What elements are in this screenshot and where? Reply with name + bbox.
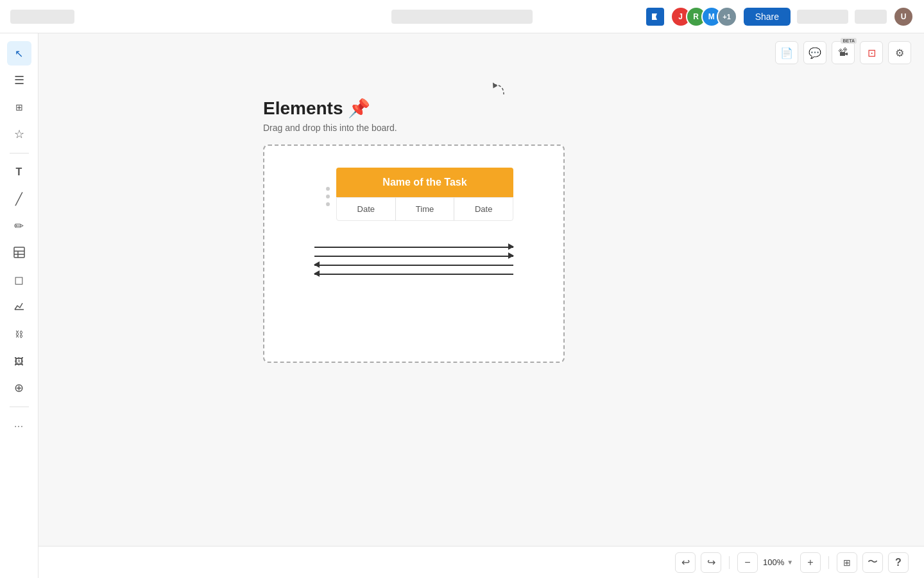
wave-icon: 〜 [868, 556, 878, 569]
embed-icon: ⊕ [14, 381, 24, 395]
table-icon [13, 247, 25, 260]
arrowhead-left [314, 261, 320, 268]
star-tool-button[interactable]: ☆ [7, 122, 31, 146]
present-button[interactable]: 📽 BETA [832, 41, 855, 64]
files-icon: 📄 [780, 47, 793, 59]
apps-icon: ⊞ [15, 102, 23, 112]
cursor-tool-button[interactable]: ↖ [7, 41, 31, 66]
breadcrumb [10, 10, 74, 24]
help-button[interactable]: ? [888, 552, 909, 573]
chart-icon [13, 301, 25, 314]
sticky-tool-button[interactable]: ◻ [7, 268, 31, 292]
files-button[interactable]: 📄 [775, 41, 798, 64]
card-fields: Date Time Date [336, 197, 513, 221]
arrow-right-1 [314, 247, 513, 248]
sidebar-divider-1 [10, 153, 29, 153]
arrowhead-left2 [314, 270, 320, 277]
grid-icon: ⊡ [868, 47, 876, 59]
arrowhead-right [508, 243, 514, 250]
fit-icon: ⊞ [843, 557, 851, 568]
undo-button[interactable]: ↩ [675, 552, 696, 573]
card-side-dots [326, 187, 330, 206]
user-name-pill [797, 10, 848, 24]
card-field-date2: Date [454, 198, 513, 220]
network-icon: ⛓ [15, 329, 23, 339]
elements-subtitle: Drag and drop this into the board. [263, 123, 565, 133]
arrow-line-right [314, 247, 513, 248]
chat-icon: 💬 [809, 47, 821, 59]
grid-button[interactable]: ⊡ [860, 41, 883, 64]
task-card-wrapper: Name of the Task Date Time Date [314, 168, 513, 221]
arrow-line-left [314, 265, 513, 266]
chart-tool-button[interactable] [7, 295, 31, 319]
zoom-display[interactable]: 100% ▼ [763, 557, 795, 567]
redo-icon: ↪ [707, 556, 715, 568]
arrow-left-1 [314, 265, 513, 266]
chat-button[interactable]: 💬 [803, 41, 826, 64]
document-title[interactable] [391, 10, 533, 24]
apps-tool-button[interactable]: ⊞ [7, 95, 31, 119]
bottom-bar: ↩ ↪ − 100% ▼ + ⊞ 〜 ? [38, 546, 924, 578]
text-icon: T [16, 166, 22, 178]
line-icon: ╱ [15, 192, 22, 206]
redo-button[interactable]: ↪ [701, 552, 721, 573]
table-tool-button[interactable] [7, 241, 31, 265]
arrow-line-right2 [314, 256, 513, 257]
text-tool-button[interactable]: T [7, 160, 31, 184]
bottom-divider [729, 556, 730, 569]
more-tool-button[interactable]: ··· [7, 414, 31, 438]
arrow-line-left2 [314, 274, 513, 275]
card-field-time: Time [396, 198, 455, 220]
network-tool-button[interactable]: ⛓ [7, 322, 31, 346]
zoom-out-icon: − [744, 557, 750, 568]
zoom-out-button[interactable]: − [737, 552, 758, 573]
zoom-in-button[interactable]: + [800, 552, 821, 573]
help-icon: ? [895, 557, 902, 568]
pen-tool-button[interactable]: ✏ [7, 214, 31, 238]
canvas-content: Elements 📌 Drag and drop this into the b… [263, 98, 565, 363]
zoom-percent: 100% [763, 557, 784, 567]
bottom-divider2 [828, 556, 829, 569]
current-user-avatar[interactable]: U [893, 6, 914, 27]
present-icon: 📽 [838, 47, 848, 58]
undo-icon: ↩ [681, 556, 690, 568]
note-tool-button[interactable]: ☰ [7, 68, 31, 92]
wave-button[interactable]: 〜 [862, 552, 883, 573]
arrow-right-2 [314, 256, 513, 257]
arrow-left-2 [314, 274, 513, 275]
arrowhead-right2 [508, 252, 514, 259]
zoom-chevron-icon: ▼ [787, 559, 793, 566]
topbar-center [391, 10, 533, 24]
sticky-icon: ◻ [14, 273, 24, 287]
right-toolbar: 📄 💬 📽 BETA ⊡ ⚙ [775, 41, 911, 64]
sidebar-divider-2 [10, 407, 29, 407]
user-status-pill [855, 10, 887, 24]
avatar-more: +1 [717, 6, 737, 27]
share-button[interactable]: Share [744, 8, 791, 26]
beta-badge: BETA [841, 38, 857, 44]
task-card-main: Name of the Task Date Time Date [336, 168, 513, 221]
card-title: Name of the Task [382, 177, 466, 188]
avatar-group: J R M +1 [671, 6, 737, 27]
image-tool-button[interactable]: 🖼 [7, 349, 31, 373]
elements-title: Elements 📌 [263, 98, 565, 119]
note-icon: ☰ [14, 73, 24, 87]
more-icon: ··· [14, 421, 24, 431]
line-tool-button[interactable]: ╱ [7, 187, 31, 211]
image-icon: 🖼 [14, 356, 24, 367]
svg-rect-0 [14, 247, 24, 258]
settings-button[interactable]: ⚙ [888, 41, 911, 64]
fit-button[interactable]: ⊞ [837, 552, 857, 573]
zoom-in-icon: + [807, 557, 813, 568]
canvas-area[interactable]: Elements 📌 Drag and drop this into the b… [38, 33, 924, 546]
side-dot [326, 202, 330, 206]
arrows-section [314, 247, 513, 275]
topbar: J R M +1 Share U [0, 0, 924, 33]
drop-zone[interactable]: Name of the Task Date Time Date [263, 144, 565, 363]
topbar-left [10, 10, 74, 24]
topbar-right: J R M +1 Share U [646, 6, 914, 27]
star-icon: ☆ [14, 127, 24, 141]
card-field-date1: Date [337, 198, 396, 220]
elements-panel: Elements 📌 Drag and drop this into the b… [263, 98, 565, 363]
embed-tool-button[interactable]: ⊕ [7, 376, 31, 400]
